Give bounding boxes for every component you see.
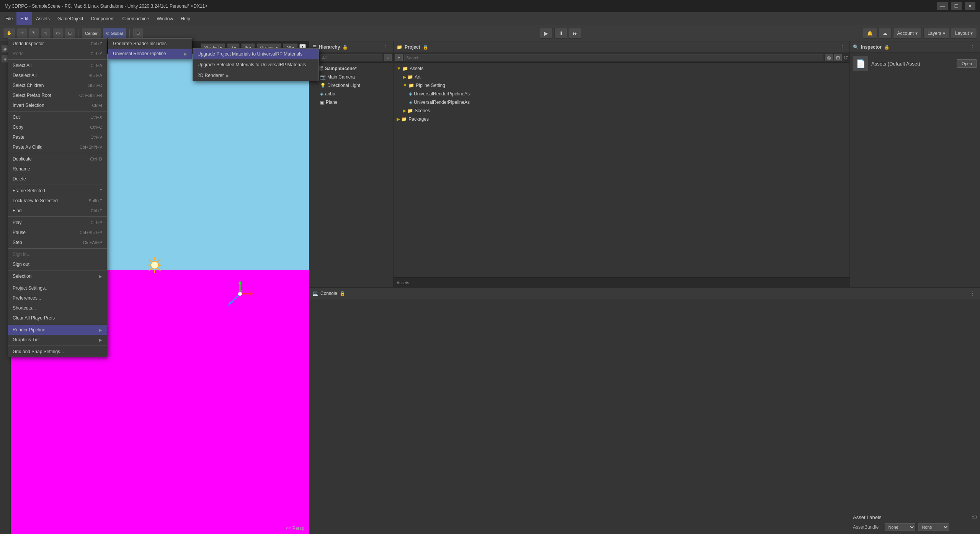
maximize-button[interactable]: ❐ [951,2,962,10]
rename-item[interactable]: Rename [8,164,107,174]
project-add-button[interactable]: + [395,54,403,61]
graphics-tier-item[interactable]: Graphics Tier ▶ [8,335,107,345]
preferences-item[interactable]: Preferences... [8,293,107,303]
select-children-item[interactable]: Select Children Shift+C [8,80,107,90]
scale-tool-button[interactable]: ⤡ [41,28,51,39]
project-settings-item[interactable]: Project Settings... [8,283,107,293]
step-shortcut: Ctrl+Alt+P [83,240,102,245]
play-button[interactable]: ▶ [540,28,553,39]
persp-label: << Persp [286,526,304,531]
menu-cinemachine[interactable]: Cinemachine [118,12,153,25]
hierarchy-search-input[interactable] [320,54,382,61]
universal-rp-submenu: Upgrade Project Materials to UniversalRP… [193,48,319,81]
inspector-lock-button[interactable]: 🔒 [884,44,890,50]
hierarchy-item-scene[interactable]: ▼ 🎬 SampleScene* [309,64,393,73]
step-menu-item[interactable]: Step Ctrl+Alt+P [8,238,107,247]
universal-rp-item[interactable]: Universal Render Pipeline ▶ [108,49,192,59]
minimize-button[interactable]: — [937,2,948,10]
redo-item[interactable]: Redo Ctrl+Y [8,49,107,59]
center-button[interactable]: Center [82,28,101,39]
step-button[interactable]: ⏭ [569,28,582,39]
hierarchy-item-directional-light[interactable]: 💡 Directional Light [309,81,393,90]
console-lock-button[interactable]: 🔒 [340,291,345,296]
upgrade-project-materials-label: Upgrade Project Materials to UniversalRP… [198,51,302,57]
play-item[interactable]: Play Ctrl+P [8,218,107,228]
notification-button[interactable]: 🔔 [863,28,877,39]
sign-in-item[interactable]: Sign in... [8,249,107,259]
grid-snap-item[interactable]: Grid and Snap Settings... [8,347,107,357]
project-assets-folder[interactable]: ▼ 📁 Assets [394,64,470,73]
hand-tool-button[interactable]: ✋ [3,28,15,39]
cut-item[interactable]: Cut Ctrl+X [8,112,107,122]
rotate-tool-button[interactable]: ↻ [29,28,39,39]
select-all-item[interactable]: Select All Ctrl+A [8,61,107,70]
hierarchy-item-plane[interactable]: ▣ Plane [309,98,393,106]
project-scenes-folder[interactable]: ▶ 📁 Scenes [394,106,470,115]
shortcuts-item[interactable]: Shortcuts... [8,303,107,313]
tag-icon[interactable]: 🏷 [972,514,977,520]
upgrade-project-materials-item[interactable]: Upgrade Project Materials to UniversalRP… [193,49,318,59]
menu-window[interactable]: Window [153,12,177,25]
find-item[interactable]: Find Ctrl+F [8,206,107,216]
hierarchy-more-button[interactable]: ⋮ [382,44,390,50]
global-button[interactable]: ⊕ Global [103,28,126,39]
hierarchy-filter-button[interactable]: ≡ [384,54,392,61]
duplicate-item[interactable]: Duplicate Ctrl+D [8,154,107,164]
project-lock-button[interactable]: 🔒 [423,44,428,50]
inspector-more-button[interactable]: ⋮ [969,44,977,50]
paste-item[interactable]: Paste Ctrl+V [8,132,107,142]
asset-bundle-select-2[interactable]: None [918,523,949,531]
project-filter-btn[interactable]: ◎ [825,54,833,61]
project-search-input[interactable] [404,54,823,61]
copy-item[interactable]: Copy Ctrl+C [8,122,107,132]
clear-playerprefs-item[interactable]: Clear All PlayerPrefs [8,313,107,323]
frame-selected-item[interactable]: Frame Selected F [8,186,107,196]
grid-button[interactable]: ⊞ [133,28,143,39]
selection-item[interactable]: Selection ▶ [8,271,107,281]
layout-button[interactable]: Layout ▾ [951,28,977,39]
console-more-button[interactable]: ⋮ [969,290,977,296]
rect-tool-button[interactable]: ▭ [52,28,63,39]
transform-tool-button[interactable]: ⊞ [65,28,75,39]
hierarchy-item-main-camera[interactable]: 📷 Main Camera [309,73,393,81]
invert-selection-item[interactable]: Invert Selection Ctrl+I [8,100,107,110]
project-pipline-folder[interactable]: ▼ 📁 Pipline Setting [394,81,470,90]
sign-out-item[interactable]: Sign out [8,259,107,269]
delete-item[interactable]: Delete [8,174,107,184]
generate-shader-item[interactable]: Generate Shader Includes [108,39,192,49]
project-urp-asset-1[interactable]: ◈ UniversalRenderPipelineAsset [394,90,470,98]
render-pipeline-item[interactable]: Render Pipeline ▶ [8,325,107,335]
project-urp-asset-2[interactable]: ◈ UniversalRenderPipelineAsset [394,98,470,106]
open-button[interactable]: Open [957,59,977,68]
menu-file[interactable]: File [2,12,16,25]
project-more-button[interactable]: ⋮ [838,44,846,50]
menu-assets[interactable]: Assets [32,12,54,25]
project-art-folder[interactable]: ▶ 📁 Art [394,73,470,81]
move-tool-button[interactable]: ✛ [17,28,27,39]
project-settings-label: Project Settings... [13,285,102,291]
menu-edit[interactable]: Edit [16,12,32,25]
hierarchy-lock-button[interactable]: 🔒 [342,44,348,50]
paste-as-child-item[interactable]: Paste As Child Ctrl+Shift+V [8,142,107,152]
pause-menu-item[interactable]: Pause Ctrl+Shift+P [8,228,107,238]
upgrade-selected-materials-item[interactable]: Upgrade Selected Materials to UniversalR… [193,59,318,70]
frame-selected-label: Frame Selected [13,188,100,193]
pause-button[interactable]: ⏸ [554,28,567,39]
asset-bundle-select-1[interactable]: None [885,523,915,531]
account-button[interactable]: Account ▾ [893,28,922,39]
layers-button[interactable]: Layers ▾ [923,28,949,39]
hierarchy-item-anbo[interactable]: ◈ anbo [309,90,393,98]
menu-help[interactable]: Help [177,12,194,25]
select-prefab-item[interactable]: Select Prefab Root Ctrl+Shift+R [8,90,107,100]
2d-renderer-item[interactable]: 2D Renderer ▶ [193,70,318,81]
project-packages-folder[interactable]: ▶ 📁 Packages [394,115,470,123]
menu-component[interactable]: Component [87,12,118,25]
layers-label: Layers [928,31,941,36]
deselect-all-item[interactable]: Deselect All Shift+A [8,70,107,80]
lock-view-item[interactable]: Lock View to Selected Shift+F [8,196,107,206]
cloud-button[interactable]: ☁ [879,28,892,39]
project-view-btn[interactable]: ⊞ [834,54,842,61]
menu-gameobject[interactable]: GameObject [54,12,87,25]
undo-item[interactable]: Undo Inspector Ctrl+Z [8,39,107,49]
close-button[interactable]: ✕ [965,2,975,10]
